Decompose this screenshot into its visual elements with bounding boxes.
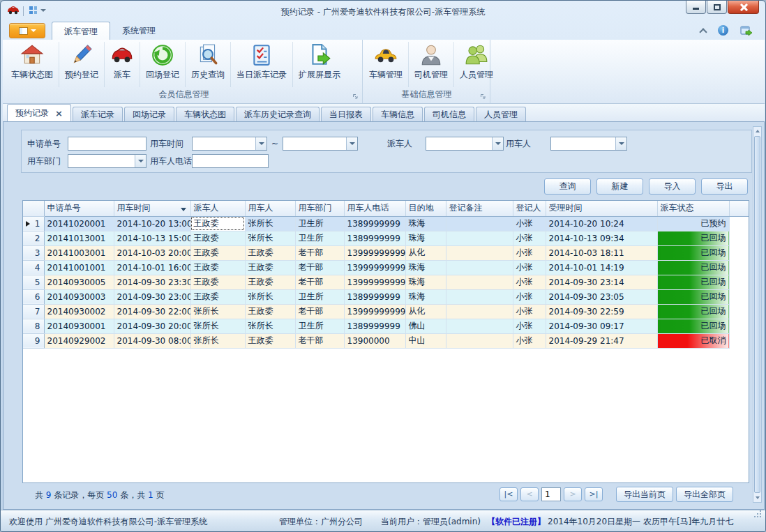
cell[interactable]: 20141020001 bbox=[44, 216, 114, 231]
cell[interactable]: 老干部 bbox=[295, 333, 344, 348]
status-cell[interactable]: 已回场 bbox=[657, 275, 729, 289]
dropdown-button[interactable] bbox=[255, 137, 266, 150]
info-icon[interactable] bbox=[718, 25, 728, 36]
ribbon-tab-dispatch[interactable]: 派车管理 bbox=[52, 22, 110, 40]
cell[interactable]: 20141013001 bbox=[44, 231, 114, 245]
cell[interactable]: 2014-09-30 23:05 bbox=[546, 289, 657, 304]
cell[interactable] bbox=[446, 304, 513, 319]
minimize-button[interactable] bbox=[686, 1, 706, 14]
cell[interactable]: 1389999999 bbox=[344, 216, 405, 231]
cell[interactable]: 卫生所 bbox=[295, 319, 344, 333]
row-header[interactable]: 9 bbox=[23, 333, 44, 348]
cell[interactable]: 王政委 bbox=[190, 245, 245, 260]
cell[interactable] bbox=[446, 231, 513, 245]
cell[interactable]: 王政委 bbox=[245, 304, 295, 319]
tab-vehicle-info[interactable]: 车辆信息 bbox=[373, 107, 423, 121]
vehicle-status-chart-button[interactable]: 车辆状态图 bbox=[6, 42, 59, 87]
cell[interactable]: 20141003001 bbox=[44, 245, 114, 260]
cell[interactable]: 小张 bbox=[513, 333, 546, 348]
cell[interactable] bbox=[446, 319, 513, 333]
cell[interactable]: 20140930002 bbox=[44, 304, 114, 319]
import-button[interactable]: 导入 bbox=[649, 178, 696, 195]
cell[interactable]: 中山 bbox=[405, 333, 446, 348]
table-row[interactable]: 7 201409300022014-09-30 22:00张所长王政委老干部13… bbox=[23, 304, 749, 319]
driver-manage-button[interactable]: 司机管理 bbox=[409, 42, 454, 87]
status-cell[interactable]: 已取消 bbox=[657, 333, 729, 348]
cell[interactable]: 20140930001 bbox=[44, 319, 114, 333]
cell[interactable]: 从化 bbox=[405, 304, 446, 319]
col-registrar[interactable]: 登记人 bbox=[513, 201, 546, 216]
table-row[interactable]: 9 201409290022014-09-30 08:00张所长王政委老干部13… bbox=[23, 333, 749, 348]
scroll-up-icon[interactable] bbox=[753, 127, 761, 135]
history-query-button[interactable]: 历史查询 bbox=[186, 42, 231, 87]
cell[interactable]: 张所长 bbox=[245, 289, 295, 304]
cell[interactable]: 王政委 bbox=[245, 275, 295, 289]
dispatch-button[interactable]: 派车 bbox=[105, 42, 140, 87]
cell[interactable]: 13999999999 bbox=[344, 260, 405, 275]
collapse-ribbon-icon[interactable] bbox=[699, 28, 707, 36]
tab-return-records[interactable]: 回场记录 bbox=[124, 107, 174, 121]
table-row[interactable]: 4 201410010012014-10-01 16:00王政委王政委老干部13… bbox=[23, 260, 749, 275]
cell[interactable]: 20141001001 bbox=[44, 260, 114, 275]
query-button[interactable]: 查询 bbox=[544, 178, 591, 195]
cell[interactable]: 2014-09-30 20:00 bbox=[114, 319, 190, 333]
status-cell[interactable]: 已回场 bbox=[657, 260, 729, 275]
scroll-down-icon[interactable] bbox=[753, 494, 761, 502]
daily-dispatch-record-button[interactable]: 当日派车记录 bbox=[231, 42, 293, 87]
cell[interactable]: 王政委 bbox=[245, 260, 295, 275]
col-user[interactable]: 用车人 bbox=[245, 201, 295, 216]
table-row[interactable]: 5 201409300052014-09-30 23:30王政委王政委老干部13… bbox=[23, 275, 749, 289]
application-menu-button[interactable] bbox=[9, 23, 45, 38]
cell[interactable]: 老干部 bbox=[295, 304, 344, 319]
cell[interactable]: 卫生所 bbox=[295, 289, 344, 304]
tab-dispatch-records[interactable]: 派车记录 bbox=[73, 107, 123, 121]
cell[interactable]: 王政委 bbox=[245, 333, 295, 348]
cell[interactable]: 老干部 bbox=[295, 275, 344, 289]
row-header[interactable]: 3 bbox=[23, 245, 44, 260]
cell[interactable]: 2014-09-30 08:00 bbox=[114, 333, 190, 348]
cell[interactable]: 王政委 bbox=[245, 245, 295, 260]
cell[interactable]: 2014-10-03 18:11 bbox=[546, 245, 657, 260]
cell[interactable]: 张所长 bbox=[245, 231, 295, 245]
extend-screen-button[interactable]: 扩展屏显示 bbox=[293, 42, 346, 87]
row-header[interactable]: 1 bbox=[23, 216, 44, 231]
close-button[interactable] bbox=[728, 1, 759, 14]
row-header-corner[interactable] bbox=[23, 201, 44, 216]
status-cell[interactable]: 已回场 bbox=[657, 245, 729, 260]
cell[interactable]: 小张 bbox=[513, 216, 546, 231]
cell[interactable]: 王政委 bbox=[190, 289, 245, 304]
cell[interactable]: 1389999999 bbox=[344, 319, 405, 333]
prev-page-button[interactable]: < bbox=[520, 487, 539, 501]
table-row[interactable]: 8 201409300012014-09-30 20:00张所长张所长卫生所13… bbox=[23, 319, 749, 333]
cell[interactable]: 珠海 bbox=[405, 260, 446, 275]
close-tab-icon[interactable]: × bbox=[55, 109, 63, 118]
row-header[interactable]: 2 bbox=[23, 231, 44, 245]
maximize-button[interactable] bbox=[707, 1, 727, 14]
cell[interactable]: 王政委 bbox=[190, 260, 245, 275]
return-register-button[interactable]: 回场登记 bbox=[140, 42, 186, 87]
cell[interactable]: 小张 bbox=[513, 275, 546, 289]
time-from-combo[interactable] bbox=[192, 137, 267, 151]
cell[interactable] bbox=[446, 260, 513, 275]
cell[interactable]: 珠海 bbox=[405, 275, 446, 289]
status-cell[interactable]: 已回场 bbox=[657, 304, 729, 319]
next-page-button[interactable]: > bbox=[564, 487, 582, 501]
col-status[interactable]: 派车状态 bbox=[657, 201, 729, 216]
cell[interactable]: 13999999999 bbox=[344, 275, 405, 289]
cell[interactable]: 老干部 bbox=[295, 260, 344, 275]
cell[interactable] bbox=[446, 245, 513, 260]
cell[interactable]: 珠海 bbox=[405, 216, 446, 231]
cell[interactable]: 2014-10-13 15:00 bbox=[114, 231, 190, 245]
status-cell[interactable]: 已回场 bbox=[657, 319, 729, 333]
cell[interactable]: 小张 bbox=[513, 289, 546, 304]
last-page-button[interactable]: >| bbox=[585, 487, 603, 501]
cell[interactable]: 张所长 bbox=[190, 319, 245, 333]
cell[interactable]: 2014-10-13 09:34 bbox=[546, 231, 657, 245]
time-to-combo[interactable] bbox=[283, 137, 358, 151]
personnel-manage-button[interactable]: 人员管理 bbox=[454, 42, 499, 87]
export-current-page-button[interactable]: 导出当前页 bbox=[616, 487, 673, 502]
cell[interactable]: 王政委 bbox=[190, 275, 245, 289]
cell[interactable]: 珠海 bbox=[405, 231, 446, 245]
license-link[interactable]: 【软件已注册】 bbox=[487, 516, 546, 528]
tab-dispatch-history-query[interactable]: 派车历史记录查询 bbox=[236, 107, 320, 121]
